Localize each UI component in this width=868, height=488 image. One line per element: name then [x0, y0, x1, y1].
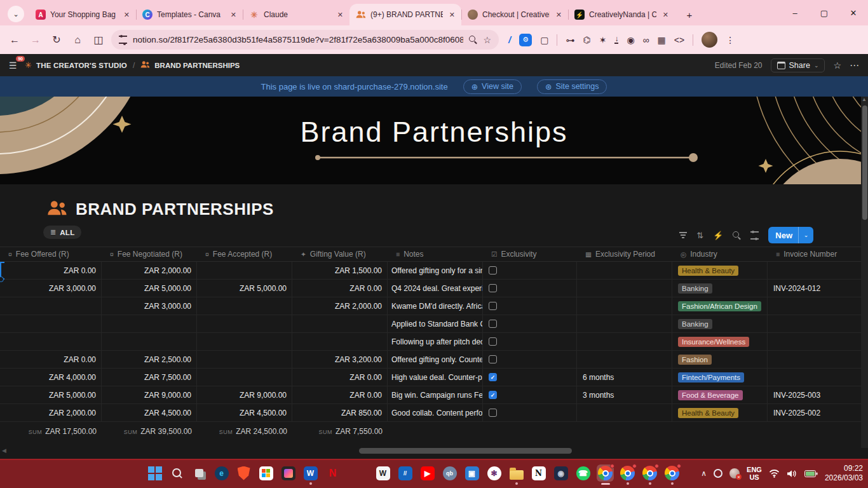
tab-search-chevron-icon[interactable]: ⌄	[8, 6, 24, 22]
home-button[interactable]: ⌂	[69, 34, 86, 46]
cell-fee-offered[interactable]: ZAR 0.00	[0, 351, 102, 368]
download-icon[interactable]: ↓	[614, 36, 618, 44]
cell-invoice-number[interactable]	[768, 333, 868, 350]
maximize-button[interactable]: ▢	[810, 0, 839, 25]
quickbooks-icon[interactable]: qb	[441, 464, 458, 482]
cell-exclusivity[interactable]	[483, 333, 577, 350]
chrome-profile-2-icon[interactable]	[641, 464, 658, 482]
brave-icon[interactable]	[235, 464, 252, 482]
slack-icon[interactable]: ✻	[485, 464, 503, 482]
site-info-icon[interactable]	[119, 36, 127, 44]
volume-icon[interactable]	[787, 470, 797, 478]
cell-exclusivity-period[interactable]: 3 months	[577, 386, 672, 403]
cell-exclusivity-period[interactable]	[577, 351, 672, 368]
search-lens-icon[interactable]	[469, 36, 477, 44]
side-panel-button[interactable]: ◫	[90, 34, 107, 46]
view-settings-icon[interactable]	[750, 231, 759, 240]
column-header[interactable]: ☑Exclusivity	[483, 247, 577, 261]
industry-tag[interactable]: Food & Beverage	[678, 390, 743, 400]
cell-exclusivity[interactable]	[483, 280, 577, 297]
cell-industry[interactable]: Insurance/Wellness	[672, 333, 768, 350]
column-header[interactable]: ≡Invoice Number	[768, 247, 868, 261]
close-tab-icon[interactable]: ✕	[336, 10, 345, 20]
cell-fee-offered[interactable]	[0, 333, 102, 350]
cell-industry[interactable]: Fashion	[672, 351, 768, 368]
cell-exclusivity-period[interactable]	[577, 404, 672, 421]
obs-icon[interactable]	[714, 469, 722, 478]
exclusivity-checkbox[interactable]: ✓	[489, 391, 497, 399]
key-icon[interactable]: ⊶	[566, 35, 574, 45]
notion-app-icon[interactable]: N	[530, 464, 547, 482]
breadcrumb-workspace[interactable]: THE CREATOR'S STUDIO	[36, 62, 127, 69]
clipboard-extension-icon[interactable]: ▢	[540, 35, 548, 45]
cell-fee-offered[interactable]: ZAR 2,000.00	[0, 404, 102, 421]
industry-tag[interactable]: Fashion	[678, 355, 712, 365]
new-button-chevron-icon[interactable]: ⌄	[798, 227, 813, 243]
cell-exclusivity[interactable]	[483, 297, 577, 315]
site-settings-button[interactable]: ⊛ Site settings	[537, 79, 607, 94]
cell-industry[interactable]: Health & Beauty	[672, 262, 768, 279]
share-button[interactable]: Share ⌄	[771, 58, 825, 72]
cell-invoice-number[interactable]	[768, 351, 868, 368]
tab-your-shopping-bag[interactable]: AYour Shopping Bag✕	[29, 4, 136, 25]
column-header[interactable]: ¤Fee Accepted (R)	[197, 247, 292, 261]
close-tab-icon[interactable]: ✕	[229, 10, 238, 20]
industry-tag[interactable]: Health & Beauty	[678, 408, 738, 418]
pen-extension-icon[interactable]: /	[508, 34, 511, 45]
cell-exclusivity[interactable]: ✓	[483, 369, 577, 386]
vertical-scrollbar[interactable]	[862, 105, 867, 220]
row-selection-caret[interactable]	[0, 262, 4, 280]
tray-expand-icon[interactable]: ∧	[701, 469, 707, 478]
gallery-icon[interactable]: ▣	[463, 464, 480, 482]
slashes-icon[interactable]: //	[397, 464, 414, 482]
bookmark-star-icon[interactable]: ☆	[483, 35, 491, 45]
vscroll-up-arrow-icon[interactable]: ▲	[862, 97, 867, 102]
industry-tag[interactable]: Fintech/Payments	[678, 372, 744, 383]
cell-fee-negotiated[interactable]: ZAR 5,000.00	[102, 280, 197, 297]
cell-notes[interactable]: Applied to Standard Bank Creat	[388, 315, 483, 332]
wifi-icon[interactable]	[769, 469, 780, 478]
industry-tag[interactable]: Fashion/African Design	[678, 301, 761, 311]
cell-invoice-number[interactable]: INV-2024-012	[768, 280, 868, 297]
cell-exclusivity-period[interactable]	[577, 315, 672, 332]
table-extension-icon[interactable]: ▦	[658, 35, 666, 45]
link-icon[interactable]: ∞	[643, 35, 649, 45]
cell-fee-offered[interactable]: ZAR 5,000.00	[0, 386, 102, 403]
cell-fee-offered[interactable]: ZAR 0.00	[0, 262, 102, 279]
cell-exclusivity[interactable]	[483, 404, 577, 421]
cell-fee-offered[interactable]: ZAR 4,000.00	[0, 369, 102, 386]
cell-exclusivity[interactable]	[483, 315, 577, 332]
cell-exclusivity-period[interactable]	[577, 262, 672, 279]
edge-icon[interactable]: e	[213, 464, 230, 482]
cell-fee-negotiated[interactable]	[102, 315, 197, 332]
search-icon[interactable]	[168, 464, 186, 482]
cell-invoice-number[interactable]	[768, 262, 868, 279]
tab-brand-partnerships[interactable]: (9+) BRAND PARTNE✕	[349, 4, 461, 25]
cell-invoice-number[interactable]	[768, 297, 868, 315]
address-bar[interactable]: notion.so/2f81f72e5a6380d3b51fe4a5875119…	[111, 30, 499, 50]
cell-industry[interactable]: Banking	[672, 280, 768, 297]
wattpad-icon[interactable]: W	[374, 464, 391, 482]
sum-cell[interactable]: SUMZAR 24,500.00	[197, 427, 292, 442]
cell-gifting[interactable]: ZAR 0.00	[292, 369, 388, 386]
cell-fee-offered[interactable]: ZAR 3,000.00	[0, 280, 102, 297]
profile-avatar[interactable]	[702, 32, 717, 48]
sum-cell[interactable]: SUMZAR 39,500.00	[102, 427, 197, 442]
cell-fee-negotiated[interactable]: ZAR 9,000.00	[102, 386, 197, 403]
word-icon[interactable]: W	[302, 464, 319, 482]
scooter-icon[interactable]: ⌬	[583, 35, 590, 45]
chrome-profile-1-icon[interactable]	[619, 464, 636, 482]
close-tab-icon[interactable]: ✕	[661, 10, 670, 20]
search-icon[interactable]	[733, 231, 741, 240]
cell-invoice-number[interactable]: INV-2025-003	[768, 386, 868, 403]
page-menu-icon[interactable]: ⋯	[850, 60, 859, 71]
cell-fee-negotiated[interactable]: ZAR 2,500.00	[102, 351, 197, 368]
cell-gifting[interactable]	[292, 315, 388, 332]
cell-fee-accepted[interactable]: ZAR 9,000.00	[197, 386, 292, 403]
cell-gifting[interactable]: ZAR 3,200.00	[292, 351, 388, 368]
screen-record-icon[interactable]: ◉	[627, 35, 634, 45]
reload-button[interactable]: ↻	[48, 34, 65, 46]
sort-icon[interactable]: ⇅	[696, 231, 703, 240]
cell-invoice-number[interactable]	[768, 315, 868, 332]
hscroll-left-arrow-icon[interactable]: ◀	[2, 447, 6, 454]
